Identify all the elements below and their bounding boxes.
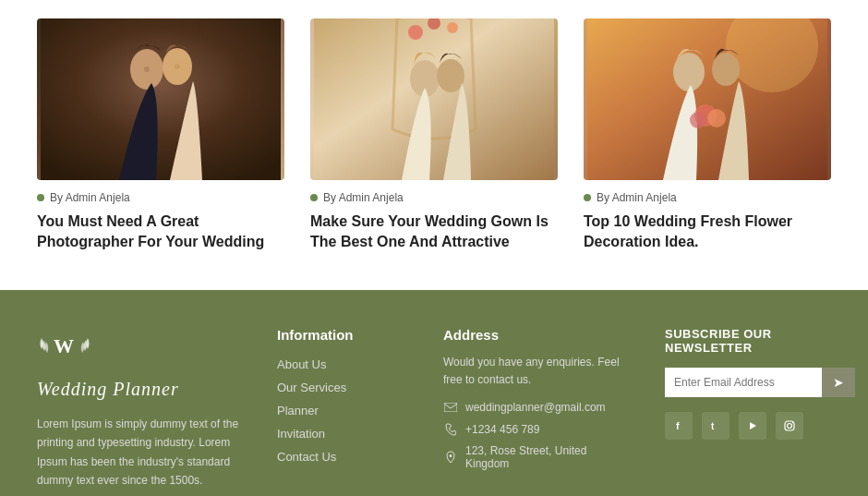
- svg-point-16: [707, 109, 726, 127]
- blog-card-1: By Admin Anjela You Must Need A Great Ph…: [37, 18, 284, 253]
- blog-card-image-3[interactable]: [584, 18, 831, 180]
- footer-location: 123, Rose Street, United Kingdom: [465, 444, 628, 470]
- author-dot-3: [584, 194, 591, 201]
- blog-title-2[interactable]: Make Sure Your Wedding Gown Is The Best …: [310, 212, 558, 253]
- footer-brand-desc: Lorem Ipsum is simply dummy text of the …: [37, 415, 240, 490]
- footer-address-col: Address Would you have any enquiries. Fe…: [443, 327, 628, 490]
- blog-section: By Admin Anjela You Must Need A Great Ph…: [0, 0, 868, 290]
- blog-card-image-1[interactable]: [37, 18, 284, 180]
- footer-location-item: 123, Rose Street, United Kingdom: [443, 444, 628, 470]
- twitter-icon[interactable]: t: [702, 412, 729, 440]
- footer-phone-item: +1234 456 789: [443, 422, 628, 437]
- footer-information-title: Information: [277, 327, 406, 343]
- footer-newsletter-col: SUBSCRIBE OUR NEWSLETTER ➤ f t: [665, 327, 855, 490]
- svg-point-14: [712, 53, 740, 86]
- footer-main: W Wedding Planner Lorem Ipsum is simply …: [37, 327, 831, 496]
- footer-link-about[interactable]: About Us: [277, 357, 406, 371]
- newsletter-form: ➤: [665, 368, 855, 397]
- svg-text:f: f: [676, 420, 680, 431]
- footer-logo-icon: W: [37, 327, 92, 377]
- phone-icon: [443, 422, 458, 437]
- newsletter-submit-button[interactable]: ➤: [822, 368, 855, 397]
- blog-author-1: By Admin Anjela: [37, 191, 284, 204]
- footer: W Wedding Planner Lorem Ipsum is simply …: [0, 290, 868, 496]
- social-icons: f t: [665, 412, 855, 440]
- blog-card-image-2[interactable]: [310, 18, 558, 180]
- blog-card-3: By Admin Anjela Top 10 Wedding Fresh Flo…: [584, 18, 831, 253]
- svg-rect-5: [314, 18, 554, 180]
- svg-point-3: [144, 67, 150, 72]
- svg-text:W: W: [54, 334, 74, 357]
- svg-point-20: [450, 454, 452, 457]
- footer-newsletter-title: SUBSCRIBE OUR NEWSLETTER: [665, 327, 855, 355]
- author-dot-2: [310, 194, 318, 201]
- svg-point-17: [690, 112, 706, 128]
- footer-information-col: Information About Us Our Services Planne…: [277, 327, 406, 490]
- instagram-icon[interactable]: [776, 412, 803, 440]
- footer-email: weddingplanner@gmail.com: [465, 401, 606, 414]
- location-icon: [443, 450, 458, 465]
- footer-logo: W Wedding Planner: [37, 327, 240, 400]
- footer-phone: +1234 456 789: [465, 423, 539, 436]
- blog-author-2: By Admin Anjela: [310, 191, 558, 204]
- youtube-icon[interactable]: [739, 412, 766, 440]
- svg-point-6: [408, 25, 423, 40]
- facebook-icon[interactable]: f: [665, 412, 693, 440]
- blog-author-3: By Admin Anjela: [584, 191, 831, 204]
- svg-point-10: [437, 59, 464, 92]
- footer-link-services[interactable]: Our Services: [277, 381, 406, 394]
- svg-point-30: [792, 421, 794, 423]
- svg-point-7: [447, 22, 458, 33]
- footer-logo-text: Wedding Planner: [37, 379, 179, 400]
- footer-brand: W Wedding Planner Lorem Ipsum is simply …: [37, 327, 240, 490]
- blog-card-2: By Admin Anjela Make Sure Your Wedding G…: [310, 18, 558, 253]
- svg-point-4: [175, 64, 180, 69]
- email-icon: [443, 400, 458, 415]
- footer-email-item: weddingplanner@gmail.com: [443, 400, 628, 415]
- footer-link-invitation[interactable]: Invitation: [277, 427, 406, 441]
- svg-rect-0: [41, 18, 281, 180]
- blog-title-3[interactable]: Top 10 Wedding Fresh Flower Decoration I…: [584, 212, 831, 253]
- newsletter-email-input[interactable]: [665, 368, 822, 397]
- blog-title-1[interactable]: You Must Need A Great Photographer For Y…: [37, 212, 284, 253]
- footer-link-contact[interactable]: Contact Us: [277, 450, 406, 464]
- footer-address-intro: Would you have any enquiries. Feel free …: [443, 354, 628, 389]
- svg-point-13: [673, 53, 705, 91]
- author-dot-1: [37, 194, 44, 201]
- svg-rect-19: [444, 403, 457, 412]
- footer-link-planner[interactable]: Planner: [277, 404, 406, 417]
- footer-address-title: Address: [443, 327, 628, 343]
